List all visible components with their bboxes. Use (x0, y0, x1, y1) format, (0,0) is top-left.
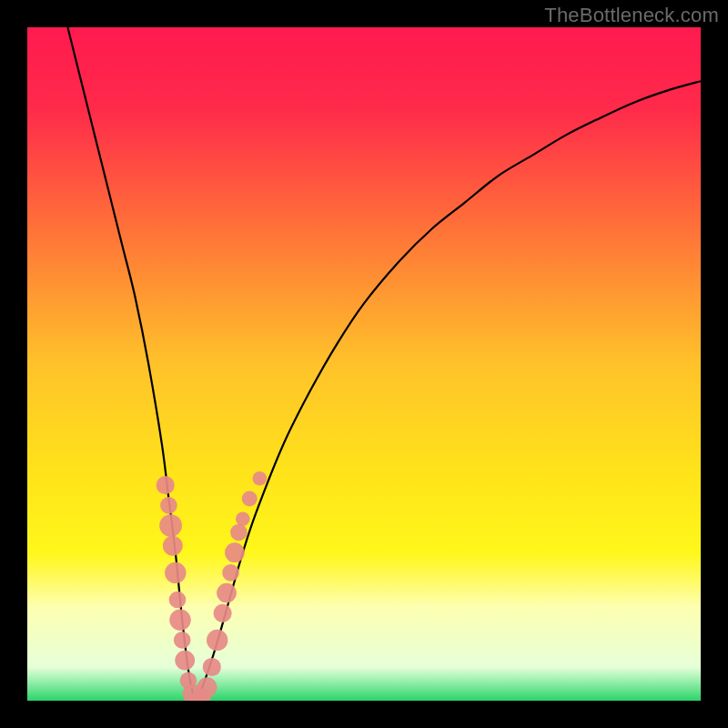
background-gradient (27, 27, 701, 701)
plot-frame (27, 27, 701, 701)
watermark-text: TheBottleneck.com (544, 4, 719, 27)
